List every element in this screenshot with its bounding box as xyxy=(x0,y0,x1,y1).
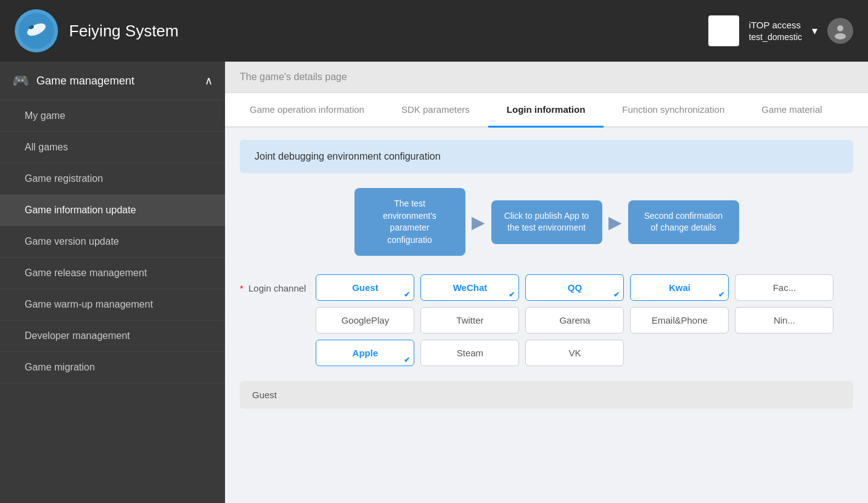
guest-section: Guest xyxy=(240,381,853,409)
tab-function-sync[interactable]: Function synchronization xyxy=(604,93,743,128)
step-3[interactable]: Second confirmation of change details xyxy=(628,200,739,244)
step-arrow-1: ▶ xyxy=(472,212,485,232)
svg-point-3 xyxy=(837,25,843,31)
sidebar-section-header[interactable]: 🎮 Game management ∧ xyxy=(0,62,225,100)
channel-wechat[interactable]: WeChat xyxy=(420,274,519,301)
required-mark: * xyxy=(240,283,244,293)
sidebar: 🎮 Game management ∧ My game All games Ga… xyxy=(0,62,225,503)
chevron-up-icon: ∧ xyxy=(205,74,213,88)
header-right: iTOP access test_domestic ▾ xyxy=(708,15,853,46)
sidebar-item-game-release[interactable]: Game release management xyxy=(0,258,225,289)
sidebar-section-title: Game management xyxy=(36,75,134,88)
app-logo xyxy=(15,9,58,52)
step-arrow-2: ▶ xyxy=(608,212,622,232)
sidebar-item-game-registration[interactable]: Game registration xyxy=(0,163,225,195)
main-layout: 🎮 Game management ∧ My game All games Ga… xyxy=(0,62,868,503)
sidebar-item-game-info-update[interactable]: Game information update xyxy=(0,195,225,226)
content-body: Joint debugging environment configuratio… xyxy=(225,128,868,503)
user-access: iTOP access xyxy=(749,18,802,31)
sidebar-item-game-version-update[interactable]: Game version update xyxy=(0,226,225,258)
channel-grid: Guest WeChat QQ Kwai Fac... Go xyxy=(316,274,853,366)
channel-email-phone[interactable]: Email&Phone xyxy=(630,307,729,333)
sidebar-item-all-games[interactable]: All games xyxy=(0,132,225,163)
step-2[interactable]: Click to publish App to the test environ… xyxy=(491,200,602,244)
channel-kwai[interactable]: Kwai xyxy=(630,274,729,301)
gamepad-icon: 🎮 xyxy=(12,73,29,89)
sidebar-item-my-game[interactable]: My game xyxy=(0,100,225,132)
channel-googleplay[interactable]: GooglePlay xyxy=(316,307,414,333)
tab-game-operation[interactable]: Game operation information xyxy=(231,93,383,128)
app-header: Feiying System iTOP access test_domestic… xyxy=(0,0,868,62)
sidebar-item-developer-management[interactable]: Developer management xyxy=(0,321,225,352)
step-1[interactable]: The test environment's parameter configu… xyxy=(354,188,465,256)
user-account: test_domestic xyxy=(749,31,802,44)
user-info: iTOP access test_domestic xyxy=(749,18,802,44)
info-bar: Joint debugging environment configuratio… xyxy=(240,140,853,173)
steps-flow: The test environment's parameter configu… xyxy=(240,188,853,256)
sidebar-item-game-migration[interactable]: Game migration xyxy=(0,352,225,383)
content-area: The game's details page Game operation i… xyxy=(225,62,868,503)
tab-sdk-parameters[interactable]: SDK parameters xyxy=(383,93,488,128)
login-channel-section: * Login channel Guest WeChat QQ Kwai xyxy=(240,274,853,366)
login-channel-label: * Login channel xyxy=(240,274,306,293)
app-title: Feiying System xyxy=(69,22,708,41)
channel-guest[interactable]: Guest xyxy=(316,274,414,301)
dropdown-icon[interactable]: ▾ xyxy=(812,24,817,38)
breadcrumb: The game's details page xyxy=(240,72,347,82)
channel-vk[interactable]: VK xyxy=(525,340,624,366)
sidebar-item-game-warmup[interactable]: Game warm-up management xyxy=(0,289,225,321)
page-header: The game's details page xyxy=(225,62,868,93)
channel-apple[interactable]: Apple xyxy=(316,340,414,366)
channel-facebook[interactable]: Fac... xyxy=(735,274,833,301)
channel-garena[interactable]: Garena xyxy=(525,307,624,333)
tab-game-material[interactable]: Game material xyxy=(743,93,840,128)
channel-steam[interactable]: Steam xyxy=(420,340,519,366)
header-logo-box xyxy=(708,15,739,46)
channel-nintendo[interactable]: Nin... xyxy=(735,307,833,333)
tab-login-information[interactable]: Login information xyxy=(488,93,604,128)
avatar[interactable] xyxy=(827,18,853,44)
tabs-bar: Game operation information SDK parameter… xyxy=(225,93,868,128)
channel-twitter[interactable]: Twitter xyxy=(420,307,519,333)
channel-qq[interactable]: QQ xyxy=(525,274,624,301)
svg-point-4 xyxy=(835,33,846,39)
